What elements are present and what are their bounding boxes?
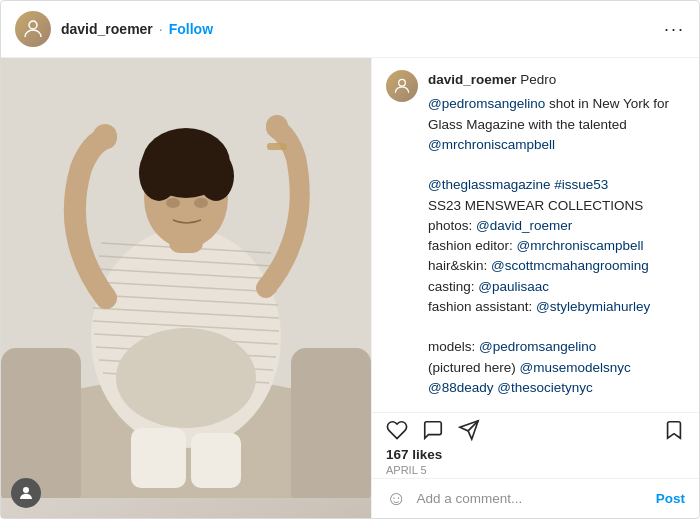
- svg-point-22: [139, 145, 179, 201]
- mention-muse[interactable]: @musemodelsnyc: [520, 360, 631, 375]
- share-icon[interactable]: [458, 419, 480, 441]
- caption-username[interactable]: david_roemer: [428, 72, 517, 87]
- svg-point-25: [194, 198, 208, 208]
- caption-name: Pedro: [520, 72, 556, 87]
- svg-rect-28: [267, 143, 287, 150]
- comment-input[interactable]: [416, 491, 645, 506]
- caption-body: @pedromsangelino shot in New York for Gl…: [428, 94, 685, 412]
- instagram-post-card: david_roemer · Follow ···: [0, 0, 700, 519]
- svg-point-27: [266, 115, 288, 137]
- header-avatar[interactable]: [15, 11, 51, 47]
- mention-david[interactable]: @david_roemer: [476, 218, 572, 233]
- post-comment-button[interactable]: Post: [656, 491, 685, 506]
- svg-point-31: [23, 487, 29, 493]
- mention-88[interactable]: @88deady: [428, 380, 494, 395]
- svg-rect-29: [131, 428, 186, 488]
- photo-background: [1, 58, 371, 518]
- emoji-icon[interactable]: ☺: [386, 487, 406, 510]
- mention-chris[interactable]: @mrchroniscampbell: [428, 137, 555, 152]
- svg-rect-5: [291, 348, 371, 498]
- svg-point-24: [166, 198, 180, 208]
- right-panel: david_roemer Pedro @pedromsangelino shot…: [371, 58, 699, 518]
- bookmark-icon[interactable]: [663, 419, 685, 441]
- main-content: david_roemer Pedro @pedromsangelino shot…: [1, 58, 699, 518]
- svg-point-26: [93, 124, 117, 148]
- post-date: APRIL 5: [386, 464, 685, 476]
- mention-glass[interactable]: @theglassmagazine: [428, 177, 551, 192]
- more-options-button[interactable]: ···: [664, 19, 685, 40]
- svg-point-0: [29, 21, 37, 29]
- caption-area: david_roemer Pedro @pedromsangelino shot…: [372, 58, 699, 412]
- likes-count[interactable]: 167 likes: [386, 447, 685, 462]
- caption-avatar[interactable]: [386, 70, 418, 102]
- likes-section: 167 likes APRIL 5: [372, 445, 699, 478]
- svg-point-32: [399, 79, 406, 86]
- comment-icon[interactable]: [422, 419, 444, 441]
- svg-rect-4: [1, 348, 81, 498]
- mention-models[interactable]: @pedromsangelino: [479, 339, 596, 354]
- mention-fashion-asst[interactable]: @stylebymiahurley: [536, 299, 650, 314]
- caption-header: david_roemer Pedro @pedromsangelino shot…: [386, 70, 685, 412]
- follow-button[interactable]: Follow: [169, 21, 213, 37]
- mention-casting[interactable]: @paulisaac: [478, 279, 549, 294]
- svg-rect-30: [191, 433, 241, 488]
- svg-point-23: [198, 151, 234, 201]
- post-header: david_roemer · Follow ···: [1, 1, 699, 58]
- header-username[interactable]: david_roemer: [61, 21, 153, 37]
- mention-hair[interactable]: @scottmcmahangrooming: [491, 258, 649, 273]
- caption-text: david_roemer Pedro @pedromsangelino shot…: [428, 70, 685, 412]
- mention-editor[interactable]: @mrchroniscampbell: [517, 238, 644, 253]
- post-image: [1, 58, 371, 518]
- actions-row: [372, 412, 699, 445]
- like-icon[interactable]: [386, 419, 408, 441]
- mention-pedro[interactable]: @pedromsangelino: [428, 96, 545, 111]
- viewer-avatar[interactable]: [11, 478, 41, 508]
- dot-separator: ·: [159, 21, 163, 37]
- mention-society[interactable]: @thesocietynyc: [497, 380, 593, 395]
- svg-point-18: [116, 328, 256, 428]
- hashtag-issue[interactable]: #issue53: [554, 177, 608, 192]
- comment-input-row: ☺ Post: [372, 478, 699, 518]
